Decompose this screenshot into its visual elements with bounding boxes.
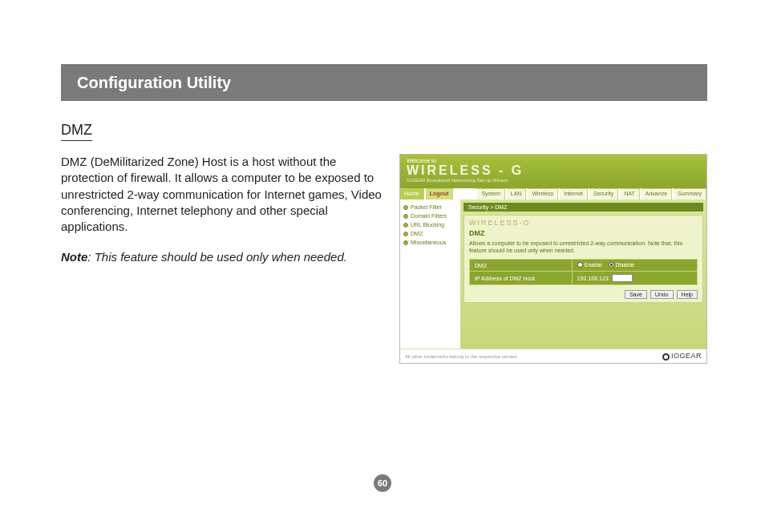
settings-table: DMZ Enable Disable IP Address of DMZ Hos…: [469, 259, 698, 285]
tab-logout[interactable]: Logout: [426, 188, 454, 200]
radio-disable[interactable]: Disable: [609, 262, 634, 268]
iogear-text: IOGEAR: [671, 352, 702, 360]
sidebar: Packet Filter Domain Filters URL Blockin…: [400, 200, 460, 364]
bullet-icon: [403, 232, 408, 236]
table-row: IP Address of DMZ Host 192.168.123.: [470, 272, 698, 285]
wireless-g-logo: WIRELESS - G: [407, 163, 700, 178]
page-number: 60: [374, 474, 391, 492]
content-panel: Security > DMZ WIRELESS-G DMZ Allows a c…: [460, 200, 706, 364]
radio-label: Enable: [585, 262, 602, 268]
tab-advance[interactable]: Advance: [642, 188, 672, 200]
ip-octet-input[interactable]: [612, 274, 633, 282]
save-button[interactable]: Save: [625, 290, 647, 299]
sidebar-item-url-blocking[interactable]: URL Blocking: [403, 222, 457, 228]
tab-internet[interactable]: Internet: [560, 188, 588, 200]
card-description: Allows a computer to be exposed to unres…: [469, 240, 698, 254]
tab-nat[interactable]: NAT: [620, 188, 639, 200]
router-screenshot: Welcome to WIRELESS - G IOGEAR Broadband…: [399, 154, 707, 364]
sidebar-label: DMZ: [411, 231, 423, 236]
bullet-icon: [403, 223, 408, 228]
section-heading: DMZ: [61, 122, 92, 141]
logo-subtitle: IOGEAR Broadband Networking Set-up Wizar…: [407, 178, 700, 183]
tab-row: Home Logout System LAN Wireless Internet…: [400, 188, 706, 200]
ip-prefix: 192.168.123.: [577, 276, 610, 281]
body-text: DMZ (DeMilitarized Zone) Host is a host …: [61, 154, 382, 235]
sidebar-item-miscellaneous[interactable]: Miscellaneous: [403, 240, 457, 245]
sidebar-item-packet-filter[interactable]: Packet Filter: [403, 204, 457, 210]
undo-button[interactable]: Undo: [650, 290, 674, 299]
button-row: Save Undo Help: [469, 290, 698, 299]
card-heading: DMZ: [469, 229, 698, 237]
ip-row-value: 192.168.123.: [572, 272, 697, 285]
sidebar-item-domain-filters[interactable]: Domain Filters: [403, 213, 457, 219]
router-header: Welcome to WIRELESS - G IOGEAR Broadband…: [400, 155, 706, 188]
tab-security[interactable]: Security: [589, 188, 618, 200]
sidebar-label: URL Blocking: [411, 222, 444, 228]
breadcrumb: Security > DMZ: [463, 203, 703, 212]
radio-label: Disable: [616, 262, 634, 268]
title-text: Configuration Utility: [77, 74, 231, 92]
tab-wireless[interactable]: Wireless: [528, 188, 558, 200]
tab-system[interactable]: System: [477, 188, 504, 200]
title-bar: Configuration Utility: [61, 64, 707, 101]
radio-icon: [577, 262, 583, 268]
dmz-row-label: DMZ: [470, 260, 573, 272]
sidebar-label: Domain Filters: [411, 213, 447, 219]
sidebar-label: Packet Filter: [411, 204, 442, 210]
router-footer: All other trademarks belong to the respe…: [400, 349, 706, 363]
help-button[interactable]: Help: [677, 290, 698, 299]
tab-home[interactable]: Home: [400, 188, 424, 200]
radio-icon: [609, 262, 614, 268]
sidebar-item-dmz[interactable]: DMZ: [403, 231, 457, 236]
note-line: Note: This feature should be used only w…: [61, 250, 382, 264]
bullet-icon: [403, 205, 408, 210]
bullet-icon: [403, 214, 408, 219]
card-logo: WIRELESS-G: [469, 219, 698, 227]
welcome-text: Welcome to: [407, 158, 700, 163]
tab-lan[interactable]: LAN: [507, 188, 527, 200]
radio-enable[interactable]: Enable: [577, 262, 602, 268]
iogear-icon: [662, 353, 670, 361]
bullet-icon: [403, 240, 408, 245]
note-text: : This feature should be used only when …: [87, 250, 347, 264]
footer-trademark: All other trademarks belong to the respe…: [405, 354, 517, 359]
sidebar-label: Miscellaneous: [411, 240, 446, 245]
note-label: Note: [61, 250, 87, 264]
iogear-logo: IOGEAR: [662, 352, 702, 360]
dmz-row-value: Enable Disable: [572, 260, 697, 272]
ip-row-label: IP Address of DMZ Host: [470, 272, 573, 285]
table-row: DMZ Enable Disable: [470, 260, 698, 272]
dmz-card: WIRELESS-G DMZ Allows a computer to be e…: [463, 215, 703, 303]
tab-summary[interactable]: Summary: [674, 188, 706, 200]
